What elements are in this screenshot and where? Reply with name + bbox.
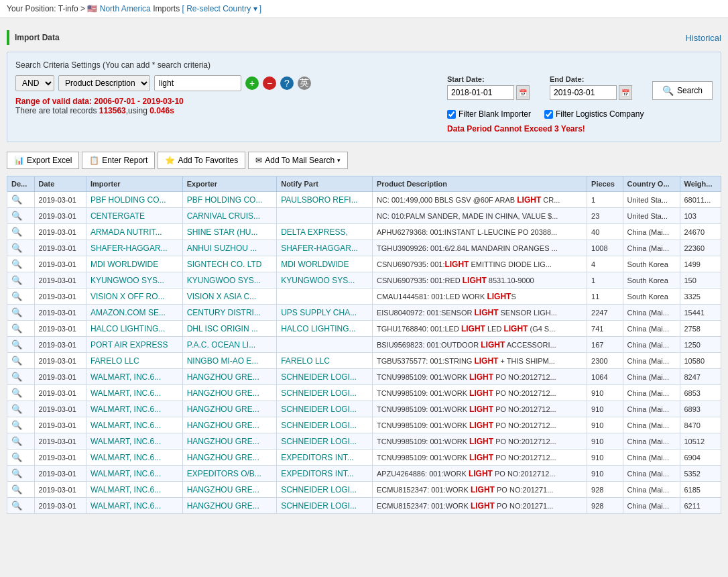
notify-cell[interactable]: DELTA EXPRESS, [277,224,373,240]
notify-cell-link[interactable]: SHAFER-HAGGAR... [281,244,358,253]
detail-icon[interactable]: 🔍 [7,337,35,353]
importer-cell-link[interactable]: AMAZON.COM SE... [90,308,166,317]
exporter-cell-link[interactable]: KYUNGWOO SYS... [187,276,261,285]
exporter-cell-link[interactable]: ANHUI SUZHOU ... [187,244,257,253]
detail-icon[interactable]: 🔍 [7,256,35,272]
notify-cell-link[interactable]: MDI WORLDWIDE [281,260,349,269]
detail-icon[interactable]: 🔍 [7,385,35,401]
search-button[interactable]: 🔍 Search [652,81,713,100]
add-to-favorites-button[interactable]: ⭐ Add To Favorites [158,152,245,169]
importer-cell[interactable]: WALMART, INC.6... [86,482,182,498]
filter-logistics-label[interactable]: Filter Logistics Company [544,109,644,119]
detail-icon[interactable]: 🔍 [7,482,35,498]
importer-cell[interactable]: WALMART, INC.6... [86,369,182,385]
magnify-icon[interactable]: 🔍 [11,452,22,462]
importer-cell-link[interactable]: MDI WORLDWIDE [90,260,158,269]
exporter-cell[interactable]: HANGZHOU GRE... [182,401,277,417]
importer-cell[interactable]: KYUNGWOO SYS... [86,272,182,288]
operator-select[interactable]: AND OR [15,75,54,91]
magnify-icon[interactable]: 🔍 [11,372,22,382]
notify-cell[interactable]: SCHNEIDER LOGI... [277,385,373,401]
detail-icon[interactable]: 🔍 [7,305,35,321]
magnify-icon[interactable]: 🔍 [11,243,22,253]
magnify-icon[interactable]: 🔍 [11,420,22,430]
detail-icon[interactable]: 🔍 [7,369,35,385]
magnify-icon[interactable]: 🔍 [11,388,22,398]
col-product-desc[interactable]: Product Description [372,176,587,192]
exporter-cell-link[interactable]: SHINE STAR (HU... [187,227,258,237]
start-date-input[interactable]: 2018-01-01 [447,85,514,100]
col-notify[interactable]: Notify Part [277,176,373,192]
importer-cell[interactable]: PORT AIR EXPRESS [86,337,182,353]
col-weight[interactable]: Weigh... [680,176,721,192]
exporter-cell-link[interactable]: HANGZHOU GRE... [187,372,259,382]
exporter-cell[interactable]: HANGZHOU GRE... [182,369,277,385]
col-country[interactable]: Country O... [623,176,680,192]
notify-cell[interactable]: SCHNEIDER LOGI... [277,433,373,450]
importer-cell[interactable]: VISION X OFF RO... [86,288,182,305]
notify-cell[interactable]: SCHNEIDER LOGI... [277,369,373,385]
notify-cell[interactable]: KYUNGWOO SYS... [277,272,373,288]
importer-cell[interactable]: CENTERGATE [86,208,182,224]
importer-cell[interactable]: MDI WORLDWIDE [86,256,182,272]
detail-icon[interactable]: 🔍 [7,401,35,417]
notify-cell-link[interactable]: KYUNGWOO SYS... [281,276,355,285]
importer-cell-link[interactable]: PORT AIR EXPRESS [90,340,168,350]
magnify-icon[interactable]: 🔍 [11,339,22,350]
exporter-cell[interactable]: P.A.C. OCEAN LI... [182,337,277,353]
magnify-icon[interactable]: 🔍 [11,501,22,511]
importer-cell-link[interactable]: VISION X OFF RO... [90,292,165,301]
filter-blank-importer-label[interactable]: Filter Blank Importer [447,109,531,119]
importer-cell[interactable]: PBF HOLDING CO... [86,192,182,208]
notify-cell[interactable]: UPS SUPPLY CHA... [277,305,373,321]
importer-cell-link[interactable]: CENTERGATE [90,211,145,221]
detail-icon[interactable]: 🔍 [7,450,35,466]
notify-cell[interactable]: SCHNEIDER LOGI... [277,417,373,433]
importer-cell-link[interactable]: WALMART, INC.6... [90,405,161,414]
exporter-cell[interactable]: SHINE STAR (HU... [182,224,277,240]
exporter-cell[interactable]: HANGZHOU GRE... [182,385,277,401]
add-criteria-button[interactable]: + [245,76,259,90]
magnify-icon[interactable]: 🔍 [11,275,22,285]
notify-cell-link[interactable]: SCHNEIDER LOGI... [281,388,357,398]
magnify-icon[interactable]: 🔍 [11,195,22,205]
exporter-cell[interactable]: CENTURY DISTRI... [182,305,277,321]
exporter-cell[interactable]: SIGNTECH CO. LTD [182,256,277,272]
exporter-cell[interactable]: CARNIVAL CRUIS... [182,208,277,224]
export-excel-button[interactable]: 📊 Export Excel [7,152,79,169]
notify-cell-link[interactable]: SCHNEIDER LOGI... [281,421,357,430]
magnify-icon[interactable]: 🔍 [11,291,22,301]
exporter-cell[interactable]: HANGZHOU GRE... [182,433,277,450]
importer-cell[interactable]: WALMART, INC.6... [86,450,182,466]
notify-cell[interactable]: PAULSBORO REFI... [277,192,373,208]
exporter-cell-link[interactable]: HANGZHOU GRE... [187,453,259,462]
exporter-cell-link[interactable]: HANGZHOU GRE... [187,405,259,414]
detail-icon[interactable]: 🔍 [7,288,35,305]
exporter-cell-link[interactable]: HANGZHOU GRE... [187,485,259,494]
magnify-icon[interactable]: 🔍 [11,436,22,446]
notify-cell-link[interactable]: EXPEDITORS INT... [281,453,353,462]
notify-cell-link[interactable]: HALCO LIGHTING... [281,324,355,333]
importer-cell-link[interactable]: WALMART, INC.6... [90,501,161,511]
importer-cell-link[interactable]: WALMART, INC.6... [90,469,161,478]
importer-cell-link[interactable]: WALMART, INC.6... [90,437,161,446]
importer-cell-link[interactable]: WALMART, INC.6... [90,421,161,430]
importer-cell-link[interactable]: PBF HOLDING CO... [90,195,166,205]
end-date-input[interactable]: 2019-03-01 [550,85,617,100]
notify-cell[interactable] [277,337,373,353]
col-date[interactable]: Date [34,176,86,192]
col-detail[interactable]: De... [7,176,35,192]
magnify-icon[interactable]: 🔍 [11,404,22,414]
exporter-cell[interactable]: PBF HOLDING CO... [182,192,277,208]
importer-cell-link[interactable]: WALMART, INC.6... [90,485,161,494]
exporter-cell-link[interactable]: P.A.C. OCEAN LI... [187,340,255,350]
importer-cell-link[interactable]: SHAFER-HAGGAR... [90,244,168,253]
enter-report-button[interactable]: 📋 Enter Report [82,152,155,169]
start-date-cal-button[interactable]: 📅 [516,85,530,100]
exporter-cell[interactable]: DHL ISC ORIGIN ... [182,321,277,337]
notify-cell[interactable]: SHAFER-HAGGAR... [277,240,373,256]
importer-cell[interactable]: ARMADA NUTRIT... [86,224,182,240]
importer-cell[interactable]: WALMART, INC.6... [86,385,182,401]
exporter-cell[interactable]: HANGZHOU GRE... [182,417,277,433]
detail-icon[interactable]: 🔍 [7,466,35,482]
